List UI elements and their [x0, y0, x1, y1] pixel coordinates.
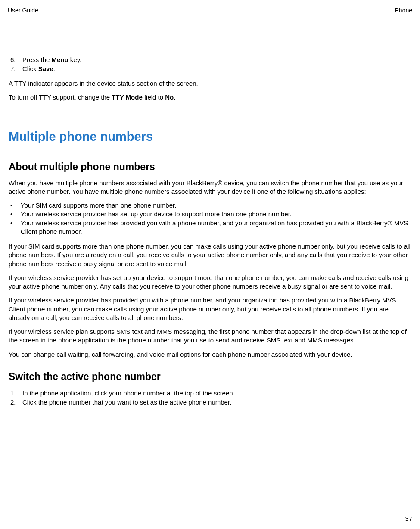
- step-7: 7. Click Save.: [9, 64, 411, 73]
- paragraph-mvs: If your wireless service provider has pr…: [9, 296, 411, 322]
- tty-turnoff-paragraph: To turn off TTY support, change the TTY …: [9, 93, 411, 102]
- step-7-number: 7.: [10, 64, 16, 73]
- switch-step-2: 2. Click the phone number that you want …: [9, 398, 411, 407]
- situation-2-text: Your wireless service provider has set u…: [21, 210, 292, 218]
- step-6: 6. Press the Menu key.: [9, 55, 411, 64]
- step-6-number: 6.: [10, 55, 16, 64]
- page-content: 6. Press the Menu key. 7. Click Save. A …: [8, 55, 412, 407]
- bullet-icon: •: [10, 210, 14, 218]
- switch-step-2-number: 2.: [10, 398, 16, 407]
- switch-step-1: 1. In the phone application, click your …: [9, 389, 411, 398]
- step-7-text: Click Save.: [22, 64, 55, 73]
- page-number: 37: [405, 515, 412, 522]
- situation-2: • Your wireless service provider has set…: [9, 210, 411, 218]
- steps-list-continued: 6. Press the Menu key. 7. Click Save.: [9, 55, 411, 73]
- situation-1-text: Your SIM card supports more than one pho…: [21, 201, 176, 210]
- switch-step-1-number: 1.: [10, 389, 16, 398]
- switch-step-2-text: Click the phone number that you want to …: [22, 398, 231, 407]
- header-right: Phone: [395, 7, 412, 14]
- paragraph-provider: If your wireless service provider has se…: [9, 274, 411, 291]
- heading-switch-active-phone-number: Switch the active phone number: [9, 371, 411, 383]
- bullet-icon: •: [10, 219, 14, 236]
- switch-step-1-text: In the phone application, click your pho…: [22, 389, 235, 398]
- paragraph-sim: If your SIM card supports more than one …: [9, 242, 411, 268]
- switch-steps-list: 1. In the phone application, click your …: [9, 389, 411, 407]
- paragraph-sms: If your wireless service plan supports S…: [9, 327, 411, 345]
- heading-multiple-phone-numbers: Multiple phone numbers: [9, 130, 411, 144]
- situations-list: • Your SIM card supports more than one p…: [9, 201, 411, 236]
- paragraph-options: You can change call waiting, call forwar…: [9, 350, 411, 359]
- situation-1: • Your SIM card supports more than one p…: [9, 201, 411, 210]
- step-6-text: Press the Menu key.: [22, 55, 81, 64]
- situation-3: • Your wireless service provider has pro…: [9, 219, 411, 236]
- header-left: User Guide: [8, 7, 38, 14]
- situation-3-text: Your wireless service provider has provi…: [21, 219, 411, 236]
- page-header: User Guide Phone: [8, 7, 412, 14]
- tty-indicator-paragraph: A TTY indicator appears in the device st…: [9, 79, 411, 88]
- intro-paragraph: When you have multiple phone numbers ass…: [9, 179, 411, 196]
- heading-about-multiple-phone-numbers: About multiple phone numbers: [9, 161, 411, 173]
- bullet-icon: •: [10, 201, 14, 210]
